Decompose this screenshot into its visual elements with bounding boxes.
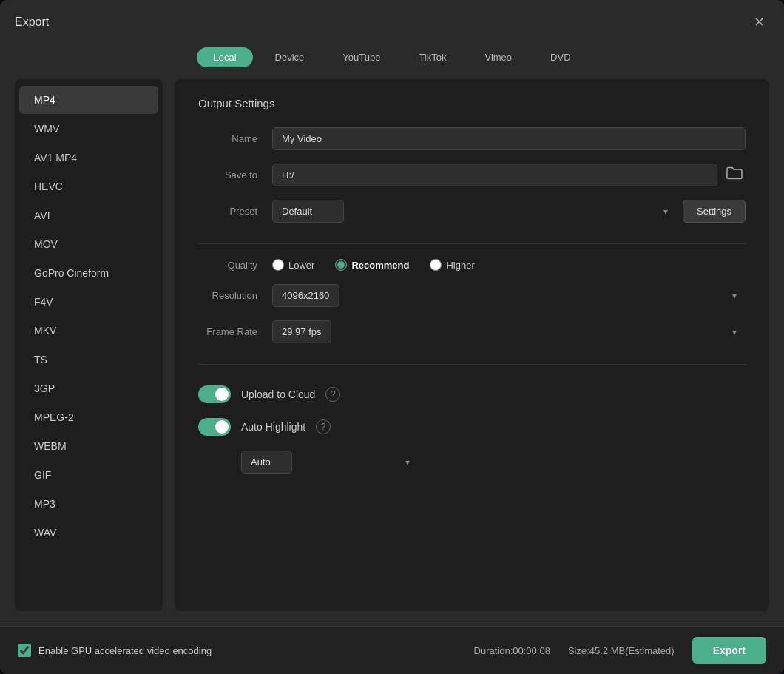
- dialog-body: MP4 WMV AV1 MP4 HEVC AVI MOV GoPro Cinef…: [0, 79, 784, 626]
- footer-info: Duration:00:00:08 Size:45.2 MB(Estimated…: [474, 637, 766, 664]
- preset-row: Preset Default High Quality Low Quality …: [198, 200, 746, 223]
- auto-highlight-dropdown-row: Auto Manual: [241, 451, 746, 474]
- resolution-dropdown-wrapper: 4096x2160 1920x1080 1280x720 720x480: [272, 284, 746, 307]
- quality-lower-label: Lower: [288, 260, 314, 271]
- resolution-label: Resolution: [198, 290, 257, 301]
- format-item-gif[interactable]: GIF: [19, 461, 158, 489]
- quality-higher-radio[interactable]: [430, 259, 442, 271]
- tab-vimeo[interactable]: Vimeo: [468, 47, 528, 67]
- quality-lower-option[interactable]: Lower: [272, 259, 314, 271]
- preset-input-group: Default High Quality Low Quality Setting…: [272, 200, 746, 223]
- gpu-label: Enable GPU accelerated video encoding: [38, 645, 212, 656]
- auto-highlight-slider: [198, 418, 231, 436]
- format-item-avi[interactable]: AVI: [19, 201, 158, 229]
- auto-highlight-dropdown-wrapper: Auto Manual: [241, 451, 419, 474]
- quality-higher-option[interactable]: Higher: [430, 259, 474, 271]
- tab-local[interactable]: Local: [197, 47, 252, 67]
- auto-highlight-select[interactable]: Auto Manual: [241, 451, 292, 474]
- toggle-section: Upload to Cloud ? Auto Highlight ?: [198, 385, 746, 474]
- folder-icon: [726, 166, 743, 180]
- gpu-checkbox-row: Enable GPU accelerated video encoding: [18, 644, 212, 657]
- upload-cloud-help-icon[interactable]: ?: [325, 387, 340, 402]
- auto-highlight-label: Auto Highlight: [241, 421, 305, 433]
- divider-2: [198, 364, 746, 365]
- save-to-input-group: [272, 164, 746, 186]
- quality-higher-label: Higher: [446, 260, 474, 271]
- dialog-title: Export: [15, 16, 49, 29]
- format-list: MP4 WMV AV1 MP4 HEVC AVI MOV GoPro Cinef…: [15, 79, 163, 611]
- format-item-wmv[interactable]: WMV: [19, 115, 158, 143]
- tabs-bar: Local Device YouTube TikTok Vimeo DVD: [0, 41, 784, 79]
- dialog-header: Export ✕: [0, 0, 784, 41]
- resolution-row: Resolution 4096x2160 1920x1080 1280x720 …: [198, 284, 746, 307]
- format-item-mpeg2[interactable]: MPEG-2: [19, 403, 158, 431]
- format-item-ts[interactable]: TS: [19, 346, 158, 374]
- format-item-3gp[interactable]: 3GP: [19, 374, 158, 402]
- save-to-input[interactable]: [272, 164, 717, 186]
- name-row: Name: [198, 127, 746, 150]
- divider: [198, 243, 746, 244]
- output-settings-title: Output Settings: [198, 97, 746, 109]
- upload-cloud-row: Upload to Cloud ?: [198, 385, 746, 403]
- quality-recommend-label: Recommend: [351, 260, 409, 271]
- auto-highlight-toggle[interactable]: [198, 418, 231, 436]
- format-item-av1mp4[interactable]: AV1 MP4: [19, 144, 158, 172]
- format-item-hevc[interactable]: HEVC: [19, 172, 158, 200]
- format-item-webm[interactable]: WEBM: [19, 432, 158, 460]
- dialog-overlay: Export ✕ Local Device YouTube TikTok Vim…: [0, 0, 784, 674]
- dialog-footer: Enable GPU accelerated video encoding Du…: [0, 626, 784, 674]
- quality-row: Quality Lower Recommend Higher: [198, 259, 746, 271]
- folder-browse-button[interactable]: [723, 164, 746, 186]
- frame-rate-label: Frame Rate: [198, 326, 257, 337]
- close-button[interactable]: ✕: [748, 12, 769, 33]
- quality-options: Lower Recommend Higher: [272, 259, 475, 271]
- frame-rate-select[interactable]: 29.97 fps 24 fps 30 fps 60 fps: [272, 320, 331, 343]
- name-label: Name: [198, 133, 257, 144]
- frame-rate-row: Frame Rate 29.97 fps 24 fps 30 fps 60 fp…: [198, 320, 746, 343]
- quality-recommend-option[interactable]: Recommend: [335, 259, 409, 271]
- save-to-row: Save to: [198, 164, 746, 186]
- upload-cloud-slider: [198, 385, 231, 403]
- size-stat: Size:45.2 MB(Estimated): [568, 645, 675, 656]
- auto-highlight-row: Auto Highlight ?: [198, 418, 746, 436]
- auto-highlight-help-icon[interactable]: ?: [316, 419, 331, 434]
- gpu-checkbox[interactable]: [18, 644, 31, 657]
- tab-dvd[interactable]: DVD: [534, 47, 587, 67]
- tab-youtube[interactable]: YouTube: [326, 47, 396, 67]
- export-button[interactable]: Export: [692, 637, 766, 664]
- quality-recommend-radio[interactable]: [335, 259, 347, 271]
- name-input[interactable]: [272, 127, 746, 150]
- upload-cloud-toggle[interactable]: [198, 385, 231, 403]
- frame-rate-dropdown-wrapper: 29.97 fps 24 fps 30 fps 60 fps: [272, 320, 746, 343]
- format-item-gopro[interactable]: GoPro Cineform: [19, 259, 158, 287]
- format-item-mp3[interactable]: MP3: [19, 490, 158, 518]
- preset-dropdown-wrapper: Default High Quality Low Quality: [272, 200, 677, 223]
- settings-button[interactable]: Settings: [683, 200, 746, 223]
- tab-tiktok[interactable]: TikTok: [402, 47, 462, 67]
- tab-device[interactable]: Device: [259, 47, 321, 67]
- format-item-mp4[interactable]: MP4: [19, 86, 158, 114]
- format-item-f4v[interactable]: F4V: [19, 288, 158, 316]
- format-item-mkv[interactable]: MKV: [19, 317, 158, 345]
- quality-lower-radio[interactable]: [272, 259, 284, 271]
- format-item-wav[interactable]: WAV: [19, 519, 158, 547]
- preset-label: Preset: [198, 206, 257, 217]
- quality-label: Quality: [198, 260, 257, 271]
- preset-select[interactable]: Default High Quality Low Quality: [272, 200, 344, 223]
- save-to-label: Save to: [198, 169, 257, 181]
- format-item-mov[interactable]: MOV: [19, 230, 158, 258]
- export-dialog: Export ✕ Local Device YouTube TikTok Vim…: [0, 0, 784, 674]
- resolution-select[interactable]: 4096x2160 1920x1080 1280x720 720x480: [272, 284, 339, 307]
- duration-stat: Duration:00:00:08: [474, 645, 550, 656]
- upload-cloud-label: Upload to Cloud: [241, 388, 315, 400]
- output-panel: Output Settings Name Save to: [175, 79, 769, 611]
